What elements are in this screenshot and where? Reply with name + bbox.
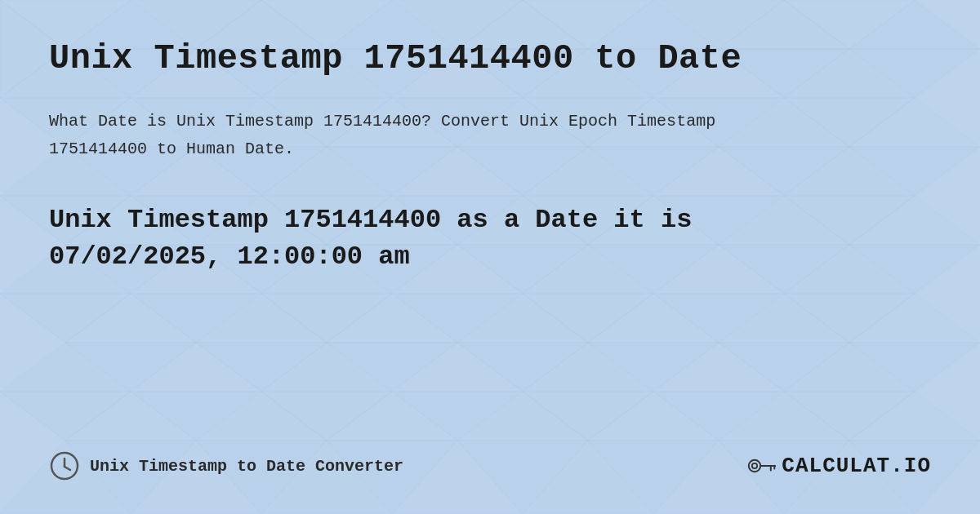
- footer-link-text: Unix Timestamp to Date Converter: [90, 457, 403, 476]
- page-title: Unix Timestamp 1751414400 to Date: [49, 39, 931, 78]
- logo-icon: [747, 451, 777, 481]
- logo-area[interactable]: CALCULAT.IO: [747, 451, 931, 481]
- footer: Unix Timestamp to Date Converter CALCULA…: [49, 450, 931, 481]
- svg-line-144: [65, 467, 70, 470]
- footer-link[interactable]: Unix Timestamp to Date Converter: [49, 450, 403, 481]
- page-description: What Date is Unix Timestamp 1751414400? …: [49, 108, 784, 163]
- svg-point-145: [749, 460, 760, 472]
- result-section: Unix Timestamp 1751414400 as a Date it i…: [49, 202, 931, 276]
- result-text: Unix Timestamp 1751414400 as a Date it i…: [49, 202, 825, 276]
- svg-point-146: [752, 463, 757, 468]
- logo-text: CALCULAT.IO: [782, 454, 931, 478]
- clock-icon: [49, 450, 80, 481]
